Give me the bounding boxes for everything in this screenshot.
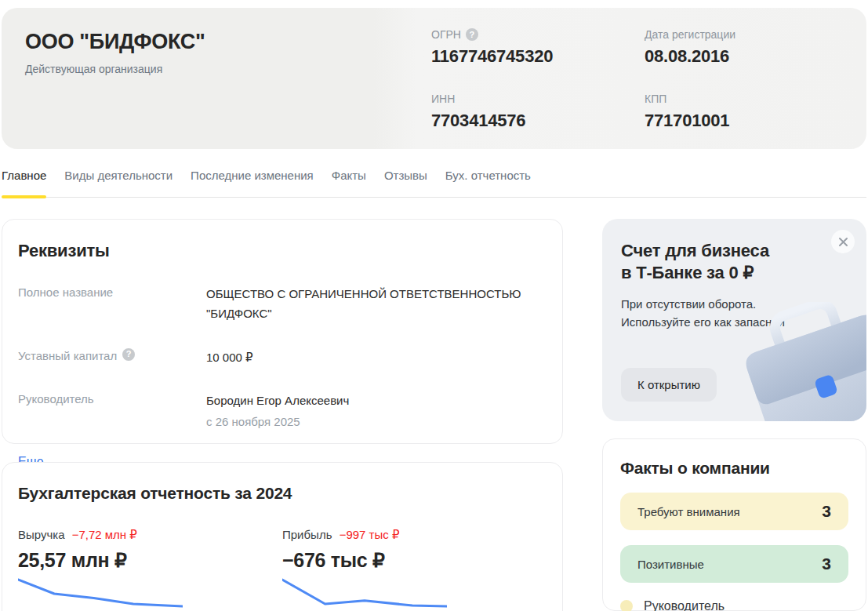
x-icon [838,237,848,247]
tab-recent-changes[interactable]: Последние изменения [191,169,314,197]
tab-activities[interactable]: Виды деятельности [64,169,173,197]
open-account-button[interactable]: К открытию [621,368,717,402]
field-kpp-value: 771701001 [645,111,858,131]
promo-title: Счет для бизнеса в Т-Банке за 0 ₽ [621,240,809,284]
warning-pill-count: 3 [822,502,831,521]
field-ogrn: ОГРН 1167746745320 [431,28,645,67]
full-name-value: ОБЩЕСТВО С ОГРАНИЧЕННОЙ ОТВЕТСТВЕННОСТЬЮ… [206,285,526,324]
profit-sparkline-chart [282,577,447,609]
revenue-delta: −7,72 млн ₽ [72,528,137,541]
tab-main[interactable]: Главное [2,169,46,197]
fact-item-director: Руководитель [620,599,848,611]
company-page: ООО "БИДФОКС" Действующая организация ОГ… [0,0,868,611]
facts-warning-pill[interactable]: Требуют внимания 3 [620,493,848,530]
field-reg-date-label: Дата регистрации [645,28,735,41]
field-inn-value: 7703414576 [431,111,645,131]
facts-positive-pill[interactable]: Позитивные 3 [620,545,848,583]
revenue-sparkline-chart [18,577,183,609]
requisites-title: Реквизиты [18,241,547,261]
revenue-label: Выручка [18,528,65,541]
financial-report-title: Бухгалтерская отчетность за 2024 [18,484,547,503]
field-inn: ИНН 7703414576 [431,93,645,131]
field-ogrn-value: 1167746745320 [431,46,645,67]
tab-bar: Главное Виды деятельности Последние изме… [2,169,866,198]
profit-delta: −997 тыс ₽ [340,528,400,541]
positive-pill-label: Позитивные [637,558,704,571]
capital-value: 10 000 ₽ [206,348,526,368]
metric-revenue: Выручка −7,72 млн ₽ 25,57 млн ₽ [18,528,282,609]
company-header: ООО "БИДФОКС" Действующая организация ОГ… [2,8,866,149]
positive-pill-count: 3 [822,555,831,573]
requisite-row-full-name: Полное название ОБЩЕСТВО С ОГРАНИЧЕННОЙ … [18,285,547,324]
field-inn-label: ИНН [431,93,455,105]
help-icon[interactable] [122,348,135,361]
close-icon[interactable] [831,230,855,253]
profit-label: Прибыль [282,528,332,541]
full-name-label: Полное название [18,285,113,300]
profit-value: −676 тыс ₽ [282,549,547,572]
fact-item-label: Руководитель [644,599,725,611]
field-reg-date-value: 08.08.2016 [645,46,858,67]
director-label: Руководитель [18,391,94,407]
header-fields: ОГРН 1167746745320 Дата регистрации 08.0… [431,28,858,131]
facts-title: Факты о компании [620,459,848,478]
tab-accounting[interactable]: Бух. отчетность [445,169,531,197]
bank-promo-card: Счет для бизнеса в Т-Банке за 0 ₽ При от… [602,219,866,421]
requisite-row-director: Руководитель Бородин Егор Алексеевич с 2… [18,391,547,428]
director-since-note: с 26 ноября 2025 [206,415,526,428]
promo-description: При отсутствии оборота. Используйте его … [621,295,825,332]
metric-profit: Прибыль −997 тыс ₽ −676 тыс ₽ [282,528,547,609]
requisites-card: Реквизиты Полное название ОБЩЕСТВО С ОГР… [2,219,563,444]
tab-facts[interactable]: Факты [332,169,366,197]
requisite-row-capital: Уставный капитал 10 000 ₽ [18,348,547,368]
company-facts-card: Факты о компании Требуют внимания 3 Пози… [602,438,866,611]
field-kpp-label: КПП [645,93,666,105]
help-icon[interactable] [466,28,478,41]
field-kpp: КПП 771701001 [645,93,858,131]
financial-report-card: Бухгалтерская отчетность за 2024 Выручка… [2,462,563,611]
field-reg-date: Дата регистрации 08.08.2016 [645,28,858,67]
director-value: Бородин Егор Алексеевич [206,391,526,411]
capital-label: Уставный капитал [18,348,117,364]
warning-dot-icon [620,600,633,611]
revenue-value: 25,57 млн ₽ [18,549,282,572]
tab-reviews[interactable]: Отзывы [384,169,427,197]
warning-pill-label: Требуют внимания [637,505,740,518]
field-ogrn-label: ОГРН [431,28,461,41]
